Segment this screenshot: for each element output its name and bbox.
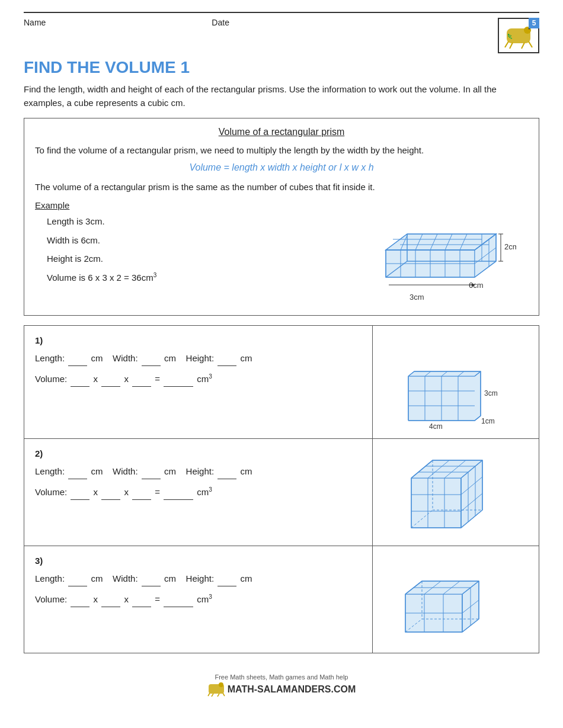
info-description: To find the volume of a rectangular pris… [35, 143, 528, 158]
vol-blank-1c[interactable] [132, 386, 151, 387]
svg-line-12 [217, 694, 219, 697]
svg-text:🦎: 🦎 [507, 33, 513, 39]
prism-back-faces [386, 234, 496, 277]
footer: Free Math sheets, Math games and Math he… [24, 665, 539, 703]
length-blank-3[interactable] [68, 586, 87, 586]
height-label-3: Height: [186, 573, 215, 583]
cm-3b: cm [164, 573, 184, 583]
svg-point-9 [219, 682, 223, 687]
problem-row-2: 2) Length: cm Width: cm Height: cm Volum… [24, 439, 539, 546]
vol-blank-3a[interactable] [71, 607, 89, 607]
info-box-title: Volume of a rectangular prism [35, 127, 528, 137]
p1-front-right [408, 371, 481, 421]
problem-1-volume: Volume: x x = cm3 [35, 371, 362, 387]
problem-2-dimensions: Length: cm Width: cm Height: cm [35, 463, 362, 479]
height-blank-1[interactable] [217, 365, 236, 366]
name-date: Name Date [24, 18, 229, 27]
length-label-2: Length: [35, 466, 65, 476]
width-blank-2[interactable] [142, 479, 161, 479]
cm-1a: cm [91, 353, 110, 363]
example-text: Example Length is 3cm. Width is 6cm. Hei… [35, 200, 362, 288]
problem-1-right: 3cm 4cm 1cm [373, 326, 539, 438]
svg-line-5 [529, 41, 532, 47]
page: Name Date 5 🦎 FIND THE VOLUME 1 Find the… [0, 0, 563, 728]
height-blank-2[interactable] [217, 479, 236, 479]
example-label: Example [35, 200, 362, 210]
p1-dim-width: 4cm [429, 422, 443, 431]
problem-3-prism [396, 552, 515, 647]
example-volume: Volume is 6 x 3 x 2 = 36cm3 [47, 270, 362, 286]
times-2b: x [124, 487, 131, 497]
height-blank-3[interactable] [217, 586, 236, 586]
p1-dim-height: 3cm [484, 389, 498, 397]
times-1a: x [94, 374, 101, 384]
width-blank-3[interactable] [142, 586, 161, 586]
p1-dim-depth: 1cm [481, 417, 495, 425]
height-label-2: Height: [186, 466, 215, 476]
times-2a: x [94, 487, 101, 497]
example-section: Example Length is 3cm. Width is 6cm. Hei… [35, 200, 528, 307]
width-label-3: Width: [113, 573, 138, 583]
problem-2-left: 2) Length: cm Width: cm Height: cm Volum… [24, 439, 373, 546]
problem-2-prism [402, 445, 509, 540]
equals-3: = [155, 594, 162, 604]
footer-logo-text: MATH-SALAMANDERS.COM [228, 684, 356, 695]
problem-1-number: 1) [35, 335, 362, 345]
vol-blank-3c[interactable] [132, 607, 151, 607]
vol-blank-1a[interactable] [71, 386, 89, 387]
dim-label-depth: 3cm [410, 293, 424, 302]
vol-result-1[interactable] [164, 386, 193, 387]
length-label-1: Length: [35, 353, 65, 363]
example-height: Height is 2cm. [47, 251, 362, 267]
volume-label-2: Volume: [35, 487, 67, 497]
length-blank-2[interactable] [68, 479, 87, 479]
cm-2c: cm [240, 466, 252, 476]
problem-1-dimensions: Length: cm Width: cm Height: cm [35, 350, 362, 366]
vol-blank-1b[interactable] [101, 386, 120, 387]
top-bar: Name Date 5 🦎 [24, 12, 539, 53]
problems-container: 1) Length: cm Width: cm Height: cm Volum… [24, 325, 539, 653]
times-3a: x [94, 594, 101, 604]
equals-1: = [155, 374, 162, 384]
svg-line-4 [522, 43, 524, 49]
problem-2-number: 2) [35, 448, 362, 458]
name-label: Name [24, 18, 46, 27]
problem-1-prism: 3cm 4cm 1cm [396, 332, 515, 432]
cm-1b: cm [164, 353, 184, 363]
problem-3-dimensions: Length: cm Width: cm Height: cm [35, 570, 362, 586]
vol-blank-2b[interactable] [101, 499, 120, 500]
problem-3-right [373, 546, 539, 653]
height-label-1: Height: [186, 353, 215, 363]
logo-box: 5 🦎 [498, 18, 539, 53]
example-prism-svg: 2cm 6cm 3cm [374, 200, 516, 307]
problem-3-number: 3) [35, 556, 362, 566]
footer-logo-icon [207, 682, 225, 697]
volume-note: The volume of a rectangular prism is the… [35, 180, 528, 194]
problem-2-right [373, 439, 539, 546]
width-blank-1[interactable] [142, 365, 161, 366]
cm3-1: cm3 [197, 374, 212, 384]
svg-line-3 [510, 43, 513, 49]
p2-front [411, 478, 461, 528]
length-label-3: Length: [35, 573, 65, 583]
cm-2b: cm [164, 466, 184, 476]
cm3-3: cm3 [197, 594, 212, 604]
length-blank-1[interactable] [68, 365, 87, 366]
cm-2a: cm [91, 466, 110, 476]
vol-blank-2a[interactable] [71, 499, 89, 500]
cm-3c: cm [240, 573, 252, 583]
vol-result-2[interactable] [164, 499, 193, 500]
vol-result-3[interactable] [164, 607, 193, 607]
formula: Volume = length x width x height or l x … [35, 162, 528, 173]
vol-blank-2c[interactable] [132, 499, 151, 500]
times-1b: x [124, 374, 131, 384]
example-prism-diagram: 2cm 6cm 3cm [362, 200, 528, 307]
intro-text: Find the length, width and height of eac… [24, 83, 539, 110]
badge-number: 5 [529, 18, 539, 28]
problem-2-volume: Volume: x x = cm3 [35, 484, 362, 500]
example-width: Width is 6cm. [47, 233, 362, 248]
width-label-2: Width: [113, 466, 138, 476]
equals-2: = [155, 487, 162, 497]
problem-1-left: 1) Length: cm Width: cm Height: cm Volum… [24, 326, 373, 438]
vol-blank-3b[interactable] [101, 607, 120, 607]
